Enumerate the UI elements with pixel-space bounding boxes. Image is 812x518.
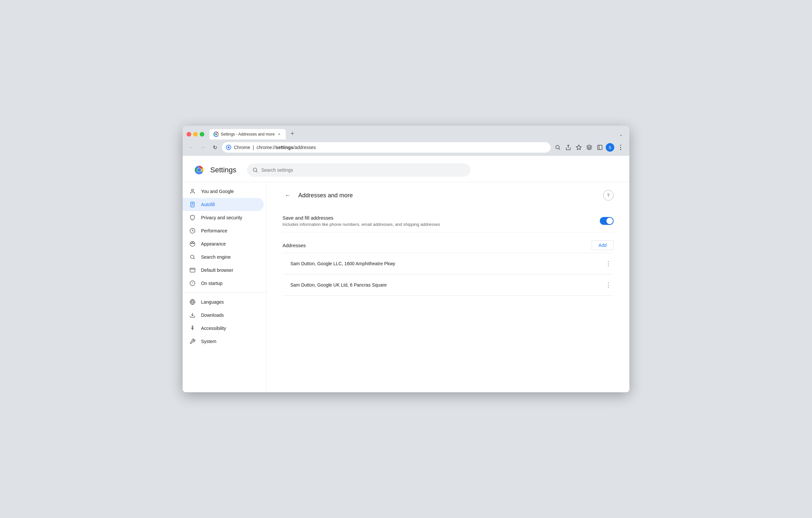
person-icon xyxy=(189,188,196,195)
settings-title: Settings xyxy=(210,166,236,174)
sidebar-item-search-engine[interactable]: Search engine xyxy=(183,250,264,264)
globe-icon xyxy=(189,299,196,305)
new-tab-button[interactable]: + xyxy=(288,129,297,138)
save-fill-toggle[interactable] xyxy=(600,217,614,225)
active-tab[interactable]: Settings - Addresses and more × xyxy=(209,129,286,140)
zoom-button[interactable] xyxy=(553,143,562,152)
sidebar-icon xyxy=(597,145,603,150)
settings-search-input[interactable] xyxy=(261,167,465,173)
tab-close-button[interactable]: × xyxy=(277,132,282,137)
svg-point-25 xyxy=(191,255,194,259)
reload-button[interactable]: ↻ xyxy=(210,143,220,152)
sidebar-item-system[interactable]: System xyxy=(183,335,264,348)
address-item-2[interactable]: Sam Dutton, Google UK Ltd, 6 Pancras Squ… xyxy=(283,274,614,296)
sidebar-item-on-startup[interactable]: On startup xyxy=(183,277,264,290)
toggle-track xyxy=(600,217,614,225)
extensions-icon xyxy=(586,145,592,150)
address-more-button-1[interactable]: ⋮ xyxy=(603,258,614,269)
sidebar-item-autofill[interactable]: Autofill xyxy=(183,198,264,211)
maximize-traffic-light[interactable] xyxy=(200,132,204,136)
close-traffic-light[interactable] xyxy=(186,132,191,136)
sidebar-label-languages: Languages xyxy=(201,299,224,305)
sidebar-label-privacy-security: Privacy and security xyxy=(201,215,242,220)
title-bar: Settings - Addresses and more × + ⌄ xyxy=(183,126,629,140)
svg-line-5 xyxy=(559,148,560,149)
page-header-left: ← Addresses and more xyxy=(283,190,353,201)
tab-favicon xyxy=(213,132,219,137)
page-content: Settings You and Google xyxy=(183,155,629,392)
sidebar-label-performance: Performance xyxy=(201,228,227,234)
svg-point-15 xyxy=(192,189,194,191)
download-icon xyxy=(189,312,196,318)
sidebar-item-default-browser[interactable]: Default browser xyxy=(183,264,264,277)
chrome-logo xyxy=(193,164,205,176)
sidebar-label-system: System xyxy=(201,339,216,344)
sidebar-label-appearance: Appearance xyxy=(201,241,226,246)
toolbar-icons: S ⋮ xyxy=(553,143,626,152)
address-text-1: Sam Dutton, Google LLC, 1600 Amphitheatr… xyxy=(290,261,395,266)
sidebar-label-downloads: Downloads xyxy=(201,312,224,318)
sidebar-item-accessibility[interactable]: Accessibility xyxy=(183,322,264,335)
svg-rect-8 xyxy=(598,145,602,150)
palette-icon xyxy=(189,241,196,247)
forward-button[interactable]: → xyxy=(198,143,208,152)
performance-icon xyxy=(189,227,196,234)
tab-title: Settings - Addresses and more xyxy=(221,132,274,136)
help-button[interactable]: ? xyxy=(603,190,614,201)
main-content-area: ← Addresses and more ? Save and fill add… xyxy=(267,182,629,392)
search-bar[interactable] xyxy=(247,163,470,177)
address-text: Chrome | chrome://settings/addresses xyxy=(234,145,547,150)
chrome-menu-button[interactable]: ⋮ xyxy=(615,143,626,152)
svg-point-4 xyxy=(556,145,559,149)
settings-header: Settings xyxy=(183,156,629,182)
address-text-2: Sam Dutton, Google UK Ltd, 6 Pancras Squ… xyxy=(290,282,387,287)
shield-icon xyxy=(189,214,196,221)
sidebar-item-you-and-google[interactable]: You and Google xyxy=(183,185,264,198)
extensions-button[interactable] xyxy=(585,143,594,152)
address-favicon xyxy=(226,145,231,150)
profile-button[interactable]: S xyxy=(606,143,614,152)
sidebar-item-appearance[interactable]: Appearance xyxy=(183,237,264,250)
share-button[interactable] xyxy=(564,143,573,152)
addresses-label: Addresses xyxy=(283,243,306,248)
traffic-lights xyxy=(186,132,204,136)
toolbar: ← → ↻ Chrome | chrome://settings/address… xyxy=(183,140,629,155)
window-menu-button[interactable]: ⌄ xyxy=(616,131,626,138)
svg-point-13 xyxy=(253,168,257,172)
browser-icon xyxy=(189,267,196,273)
svg-point-3 xyxy=(228,146,230,148)
sidebar-item-languages[interactable]: Languages xyxy=(183,296,264,309)
sidebar-button[interactable] xyxy=(595,143,604,152)
sidebar-label-default-browser: Default browser xyxy=(201,268,233,273)
save-fill-desc: Includes information like phone numbers,… xyxy=(283,222,600,227)
sidebar-separator xyxy=(183,293,266,293)
svg-point-24 xyxy=(193,243,194,244)
wrench-icon xyxy=(189,338,196,345)
save-fill-setting-row: Save and fill addresses Includes informa… xyxy=(283,210,614,233)
sidebar: You and Google Autofill xyxy=(183,182,267,392)
add-address-button[interactable]: Add xyxy=(591,240,614,250)
save-fill-label: Save and fill addresses xyxy=(283,215,600,221)
minimize-traffic-light[interactable] xyxy=(193,132,198,136)
back-button[interactable]: ← xyxy=(283,190,293,201)
sidebar-label-search-engine: Search engine xyxy=(201,254,231,260)
main-layout: You and Google Autofill xyxy=(183,182,629,392)
page-title: Addresses and more xyxy=(298,192,353,199)
address-item-1[interactable]: Sam Dutton, Google LLC, 1600 Amphitheatr… xyxy=(283,253,614,274)
autofill-icon xyxy=(189,201,196,208)
sidebar-item-downloads[interactable]: Downloads xyxy=(183,309,264,322)
svg-point-34 xyxy=(192,326,193,327)
bookmark-button[interactable] xyxy=(574,143,583,152)
address-bar[interactable]: Chrome | chrome://settings/addresses xyxy=(222,142,551,153)
accessibility-icon xyxy=(189,325,196,332)
sidebar-item-privacy-security[interactable]: Privacy and security xyxy=(183,211,264,224)
back-button[interactable]: ← xyxy=(186,143,196,152)
addresses-header: Addresses Add xyxy=(283,240,614,250)
svg-line-14 xyxy=(256,171,257,172)
address-more-button-2[interactable]: ⋮ xyxy=(603,280,614,290)
svg-rect-27 xyxy=(190,268,195,272)
sidebar-label-accessibility: Accessibility xyxy=(201,326,226,331)
address-list: Sam Dutton, Google LLC, 1600 Amphitheatr… xyxy=(283,253,614,296)
sidebar-item-performance[interactable]: Performance xyxy=(183,224,264,237)
share-icon xyxy=(565,145,571,150)
